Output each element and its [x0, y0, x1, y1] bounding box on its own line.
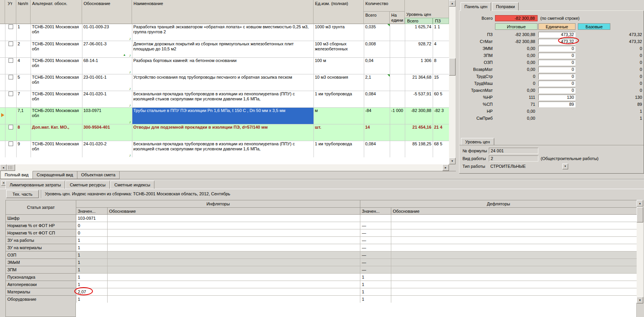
row-checkbox[interactable]: [9, 91, 13, 96]
row-name-selected-cell[interactable]: Трубы стальные в ППУ ПЭ изоляции Pn 1,6 …: [132, 107, 313, 124]
scroll-down-button[interactable]: ▼: [637, 297, 643, 303]
unit-value-input[interactable]: 89: [538, 102, 575, 107]
formula-number-field[interactable]: 24 001: [489, 148, 538, 154]
deflator-value-cell[interactable]: —: [360, 244, 391, 252]
unit-value-input[interactable]: 0: [538, 60, 575, 65]
estimate-row[interactable]: 1 ТСНБ-2001 Московская обл 01-01-009-23♪…: [0, 24, 449, 41]
header-ut[interactable]: Ут: [5, 0, 16, 24]
unit-value-input[interactable]: 0: [538, 81, 575, 86]
tab-corrections[interactable]: Поправки: [492, 2, 519, 10]
scroll-thumb[interactable]: [449, 58, 456, 76]
unit-value-input[interactable]: 473,32: [538, 32, 575, 38]
tab-estimate-indexes[interactable]: Сметные индексы: [110, 181, 155, 189]
estimate-row[interactable]: 9 ТСНБ-2001 Московская обл 24-01-020-2♪ …: [0, 141, 449, 157]
row-qty: 0,008: [364, 41, 390, 57]
header-quantity-total[interactable]: Всего: [364, 12, 390, 24]
tab-limited-costs[interactable]: Лимитированные затраты: [5, 181, 65, 189]
estimate-row-material[interactable]: 8 Доп.мат. Кат. МО., 300-9504-401 Отводы…: [0, 124, 449, 141]
header-quantity-per-unit[interactable]: На едини: [390, 12, 405, 24]
header-justification[interactable]: Обоснование: [82, 0, 132, 24]
inflator-value-cell[interactable]: 1: [76, 237, 108, 244]
deflator-value-cell[interactable]: —: [360, 252, 391, 259]
inflator-value-cell[interactable]: 1: [76, 281, 108, 288]
scroll-up-button[interactable]: ▲: [449, 0, 456, 7]
grid-header: Ут №п/п Альтернат. обосн. Обоснование На…: [0, 0, 449, 24]
tab-short-view[interactable]: Сокращенный вид: [33, 171, 77, 179]
unit-value-input[interactable]: 0: [538, 74, 575, 79]
estimate-row-selected[interactable]: 7,1 ТСНБ-2001 Московская обл 103-0971♪ Т…: [0, 107, 449, 124]
deflator-value-cell[interactable]: —: [360, 222, 391, 229]
price-row: ВозврМат0,0000: [459, 66, 644, 73]
tab-object-estimate[interactable]: Объектная смета: [77, 171, 120, 179]
tab-price-level[interactable]: Уровень цен: [461, 138, 494, 145]
unit-value-input[interactable]: 0: [538, 88, 575, 93]
index-row: ЗУ на материалы1—: [6, 244, 637, 252]
row-checkbox[interactable]: [9, 141, 13, 146]
indexes-vertical-scrollbar[interactable]: ▲ ▼: [637, 200, 643, 303]
scroll-right-button[interactable]: ►: [442, 164, 449, 171]
header-quantity-group[interactable]: Количество: [364, 0, 405, 12]
row-qty: 14: [364, 124, 390, 141]
row-checkbox[interactable]: [9, 75, 13, 79]
inflator-value-cell[interactable]: 0: [76, 222, 108, 229]
deflator-value-cell[interactable]: 1: [360, 296, 391, 303]
deflator-value-cell[interactable]: 1: [360, 288, 391, 296]
tech-part-button[interactable]: Тех. часть: [6, 190, 39, 198]
header-price-level-group[interactable]: Уровень цен: [405, 0, 449, 18]
pane-splitter-grip[interactable]: [7, 164, 15, 171]
inflator-value-cell[interactable]: 1: [76, 274, 108, 281]
estimate-row[interactable]: 7 ТСНБ-2001 Московская обл 24-01-020-1♪ …: [0, 91, 449, 107]
row-checkbox[interactable]: [9, 125, 13, 129]
inflator-value-cell[interactable]: 1: [76, 266, 108, 274]
row-num: 7,1: [16, 107, 31, 124]
unit-value-input[interactable]: 130: [538, 95, 575, 100]
tab-estimate-resources[interactable]: Сметные ресурсы: [65, 181, 110, 189]
inflator-value-cell[interactable]: 2,07: [76, 288, 108, 296]
row-pz: 1 1: [433, 24, 449, 41]
deflator-value-cell[interactable]: —: [360, 237, 391, 244]
unit-value-input[interactable]: 473,32: [538, 39, 575, 45]
estimate-row[interactable]: 5 ТСНБ-2001 Московская обл 23-01-001-1♪ …: [0, 74, 449, 91]
estimate-row[interactable]: 2 ТСНБ-2001 Московская обл 27-06-001-3▲♪…: [0, 41, 449, 57]
dropdown-arrow-icon[interactable]: ▼: [562, 164, 568, 169]
row-checkbox[interactable]: [9, 58, 13, 63]
inflator-value-cell[interactable]: 1: [76, 244, 108, 252]
deflator-value-cell[interactable]: 1: [360, 274, 391, 281]
inflator-value-cell[interactable]: 1: [76, 252, 108, 259]
header-alt-justification[interactable]: Альтернат. обосн.: [31, 0, 82, 24]
inflator-value-cell[interactable]: 103-0971: [76, 215, 108, 222]
index-row: ЭМиМ1—: [6, 259, 637, 266]
deflator-value-cell[interactable]: [360, 215, 391, 222]
unit-value-input[interactable]: 0: [538, 67, 575, 72]
scroll-up-button[interactable]: ▲: [637, 200, 643, 207]
inflator-value-cell[interactable]: 1: [76, 259, 108, 266]
row-unit: 100 м3 сборных железобетонных: [313, 41, 364, 57]
deflator-value-cell[interactable]: 1: [360, 281, 391, 288]
grid-vertical-scrollbar[interactable]: ▲ ▼: [449, 0, 456, 164]
deflator-value-cell[interactable]: —: [360, 259, 391, 266]
header-num[interactable]: №п/п: [16, 0, 31, 24]
estimate-row[interactable]: 4 ТСНБ-2001 Московская обл 68-14-1♪ Разб…: [0, 57, 449, 74]
row-checkbox[interactable]: [9, 41, 13, 46]
unit-value-input[interactable]: 0: [538, 46, 575, 52]
scroll-down-button[interactable]: ▼: [449, 158, 456, 164]
grid-horizontal-scrollbar[interactable]: ◄ ►: [0, 164, 449, 171]
deflator-value-cell[interactable]: —: [360, 266, 391, 274]
header-unit[interactable]: Ед.изм. (полная): [313, 0, 364, 24]
inflator-value-cell[interactable]: 1: [76, 296, 108, 303]
inflator-value-cell[interactable]: 0: [76, 229, 108, 237]
deflator-value-cell[interactable]: —: [360, 229, 391, 237]
worktype-field[interactable]: 2: [489, 155, 538, 162]
header-name[interactable]: Наименование: [132, 0, 313, 24]
header-price-total[interactable]: Всего: [405, 18, 433, 24]
tab-price-panel[interactable]: Панель цен: [461, 2, 491, 11]
row-checkbox[interactable]: [9, 24, 13, 29]
scroll-left-button[interactable]: ◄: [0, 164, 7, 171]
tab-full-view[interactable]: Полный вид: [0, 171, 33, 179]
worktype-kind-value[interactable]: СТРОИТЕЛЬНЫЕ: [489, 164, 562, 169]
unit-value-input[interactable]: 0: [538, 53, 575, 59]
index-row: ЗПМ1—: [6, 266, 637, 274]
row-pz: 4: [433, 41, 449, 57]
scroll-thumb[interactable]: [637, 207, 643, 222]
header-price-pz[interactable]: ПЗ: [433, 18, 449, 24]
